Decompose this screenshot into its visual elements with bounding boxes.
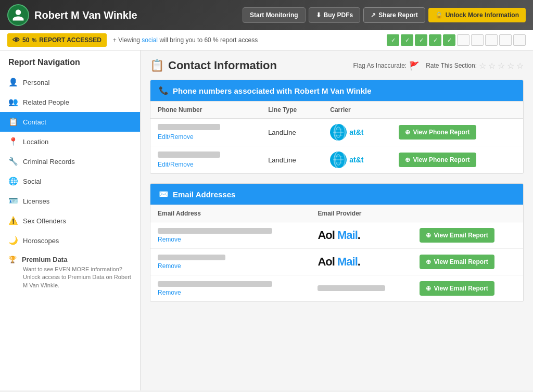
rate-label: Rate This Section: [426, 62, 477, 69]
sidebar-label-related-people: Related People [23, 98, 69, 106]
sidebar-item-location[interactable]: 📍 Location [0, 132, 140, 151]
buy-pdfs-button[interactable]: ⬇ Buy PDFs [309, 7, 361, 23]
plus-circle-icon-e1: ⊕ [426, 232, 431, 239]
progress-squares: ✓ ✓ ✓ ✓ ✓ [387, 34, 526, 46]
premium-title-row: 🏆 Premium Data [8, 256, 132, 263]
sidebar-label-personal: Personal [23, 79, 49, 86]
svg-point-6 [336, 155, 341, 165]
section-actions: Flag As Inaccurate: 🚩 Rate This Section:… [353, 61, 524, 71]
star-3[interactable]: ☆ [498, 61, 505, 71]
aol-mail-logo-2: Aol Mail. [318, 255, 405, 269]
carrier-cell-1: at&t [323, 119, 391, 146]
email-address-blurred-2 [158, 255, 225, 260]
phone-header-icon: 📞 [159, 86, 169, 95]
trophy-icon: 🏆 [8, 256, 17, 263]
sidebar-item-social[interactable]: 🌐 Social [0, 171, 140, 191]
email-action-cell-1: ⊕ View Email Report [412, 222, 523, 249]
email-address-blurred-3 [158, 281, 272, 287]
col-email-action [412, 205, 523, 222]
people-icon: 👥 [8, 97, 18, 107]
licenses-icon: 🪪 [8, 196, 18, 206]
sidebar-item-related-people[interactable]: 👥 Related People [0, 92, 140, 112]
action-cell-1: ⊕ View Phone Report [391, 119, 523, 146]
att-text-1: at&t [349, 128, 363, 136]
phone-cell-2: Edit/Remove [150, 146, 261, 174]
sidebar-label-horoscopes: Horoscopes [23, 237, 59, 245]
document-icon: 📋 [150, 59, 164, 72]
carrier-cell-2: at&t [323, 146, 391, 174]
view-email-report-button-3[interactable]: ⊕ View Email Report [420, 281, 494, 296]
sidebar-item-contact[interactable]: 📋 Contact [0, 112, 140, 132]
flag-icon: 🚩 [409, 61, 420, 71]
moon-icon: 🌙 [8, 236, 18, 245]
email-panel-title: Email Addresses [173, 190, 235, 199]
star-1[interactable]: ☆ [479, 61, 486, 71]
eye-icon: 👁 [12, 36, 20, 44]
flag-area: Flag As Inaccurate: 🚩 [353, 61, 420, 71]
table-row: Remove Aol Mail. ⊕ View Email Report [150, 249, 523, 275]
star-2[interactable]: ☆ [488, 61, 496, 71]
user-icon [11, 8, 25, 22]
col-email-address: Email Address [150, 205, 310, 222]
progress-sq-9 [499, 34, 512, 46]
email-table-header-row: Email Address Email Provider [150, 205, 523, 222]
unlock-more-button[interactable]: 🔒 Unlock More Information [428, 8, 526, 22]
view-phone-report-button-2[interactable]: ⊕ View Phone Report [399, 153, 476, 167]
att-globe-icon-2 [330, 151, 347, 168]
email-panel-header: ✉️ Email Addresses [150, 184, 523, 205]
email-header-icon: ✉️ [159, 189, 169, 199]
edit-remove-link-2[interactable]: Edit/Remove [158, 161, 194, 168]
star-4[interactable]: ☆ [507, 61, 514, 71]
email-table: Email Address Email Provider Remove Aol … [150, 205, 523, 301]
edit-remove-link-1[interactable]: Edit/Remove [158, 133, 194, 141]
sidebar-item-premium[interactable]: 🏆 Premium Data Want to see EVEN MORE inf… [0, 250, 140, 295]
rate-area: Rate This Section: ☆ ☆ ☆ ☆ ☆ [426, 61, 524, 71]
remove-link-2[interactable]: Remove [158, 262, 181, 270]
email-provider-cell-1: Aol Mail. [310, 222, 412, 249]
remove-link-1[interactable]: Remove [158, 236, 181, 243]
phone-panel: 📞 Phone numbers associated with Robert M… [150, 80, 524, 174]
start-monitoring-button[interactable]: Start Monitoring [243, 7, 306, 23]
line-type-cell-2: LandLine [261, 146, 323, 174]
sidebar-item-horoscopes[interactable]: 🌙 Horoscopes [0, 231, 140, 250]
location-icon: 📍 [8, 137, 18, 146]
main-content: 📋 Contact Information Flag As Inaccurate… [141, 50, 533, 390]
sidebar-label-licenses: Licenses [23, 197, 49, 205]
report-accessed-badge: 👁 50% REPORT ACCESSED [7, 33, 107, 47]
share-report-button[interactable]: ↗ Share Report [363, 7, 425, 23]
remove-link-3[interactable]: Remove [158, 289, 181, 296]
subject-name: Robert M Van Winkle [34, 9, 237, 21]
svg-point-1 [336, 127, 341, 137]
sidebar-item-licenses[interactable]: 🪪 Licenses [0, 191, 140, 211]
person-icon: 👤 [8, 78, 18, 87]
email-cell-3: Remove [150, 275, 310, 302]
progress-sq-1: ✓ [387, 34, 399, 46]
email-address-blurred-1 [158, 228, 272, 234]
section-header: 📋 Contact Information Flag As Inaccurate… [150, 59, 524, 72]
sidebar-title: Report Navigation [0, 58, 140, 72]
email-panel: ✉️ Email Addresses Email Address Email P… [150, 183, 524, 302]
contact-icon: 📋 [8, 117, 18, 127]
email-provider-cell-3 [310, 275, 412, 302]
progress-sq-8 [485, 34, 498, 46]
view-email-report-button-1[interactable]: ⊕ View Email Report [420, 228, 494, 243]
view-email-report-button-2[interactable]: ⊕ View Email Report [420, 255, 494, 269]
sidebar-item-sex-offenders[interactable]: ⚠️ Sex Offenders [0, 211, 140, 231]
avatar [7, 4, 29, 26]
sidebar-item-criminal-records[interactable]: 🔧 Criminal Records [0, 151, 140, 171]
aol-mail-logo-1: Aol Mail. [318, 229, 405, 242]
flag-label: Flag As Inaccurate: [353, 62, 407, 69]
svg-point-0 [333, 127, 344, 137]
social-link[interactable]: social [142, 36, 158, 44]
view-phone-report-button-1[interactable]: ⊕ View Phone Report [399, 125, 476, 140]
line-type-cell-1: LandLine [261, 119, 323, 146]
progress-sq-6 [457, 34, 469, 46]
premium-title: Premium Data [22, 256, 67, 263]
col-action [391, 102, 523, 119]
sidebar-item-personal[interactable]: 👤 Personal [0, 72, 140, 92]
email-action-cell-3: ⊕ View Email Report [412, 275, 523, 302]
email-cell-2: Remove [150, 249, 310, 275]
sidebar-label-sex-offenders: Sex Offenders [23, 217, 66, 225]
star-5[interactable]: ☆ [516, 61, 524, 71]
phone-number-blurred-1 [158, 124, 220, 130]
